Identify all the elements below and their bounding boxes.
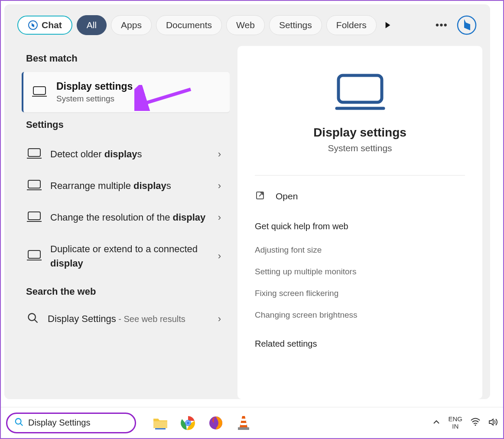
results-left-column: Best match Display settings System setti… <box>22 46 230 399</box>
bing-chat-icon <box>28 20 38 30</box>
taskbar: ENG IN <box>1 407 503 438</box>
wifi-icon[interactable] <box>470 418 481 428</box>
system-tray: ENG IN <box>432 416 498 430</box>
best-match-subtitle: System settings <box>56 94 133 104</box>
settings-item-rearrange-displays[interactable]: Rearrange multiple displays › <box>22 170 230 202</box>
display-icon <box>32 85 47 99</box>
display-icon <box>27 147 42 161</box>
search-icon <box>14 417 24 429</box>
best-match-result[interactable]: Display settings System settings <box>22 72 230 112</box>
help-link-screen-brightness[interactable]: Changing screen brightness <box>255 304 465 326</box>
chevron-right-icon: › <box>218 250 221 262</box>
tab-all[interactable]: All <box>77 15 107 35</box>
help-link-font-size[interactable]: Adjusting font size <box>255 239 465 261</box>
taskbar-search-input[interactable] <box>28 418 128 428</box>
detail-hero: Display settings System settings <box>255 59 465 162</box>
svg-rect-8 <box>28 212 40 220</box>
svg-rect-14 <box>338 75 382 102</box>
settings-item-change-resolution[interactable]: Change the resolution of the display › <box>22 202 230 233</box>
svg-rect-4 <box>28 149 40 156</box>
firefox-icon[interactable] <box>207 414 224 432</box>
tray-chevron-up-icon[interactable] <box>432 418 440 428</box>
tab-web[interactable]: Web <box>226 15 265 35</box>
vlc-icon[interactable] <box>235 414 252 432</box>
svg-rect-2 <box>33 87 46 94</box>
settings-item-label: Detect older displays <box>50 147 209 161</box>
settings-heading: Settings <box>22 112 230 138</box>
results-container: Best match Display settings System setti… <box>4 46 490 399</box>
chevron-right-icon: › <box>218 212 221 223</box>
settings-item-label: Change the resolution of the display <box>50 210 209 224</box>
open-action[interactable]: Open <box>255 184 465 208</box>
tabs-row: Chat All Apps Documents Web Settings Fol… <box>4 4 490 46</box>
taskbar-pinned-apps <box>152 414 252 432</box>
display-icon <box>27 211 42 224</box>
svg-rect-21 <box>155 428 166 429</box>
settings-item-detect-older-displays[interactable]: Detect older displays › <box>22 138 230 170</box>
open-label: Open <box>276 191 298 202</box>
language-indicator[interactable]: ENG IN <box>448 416 462 430</box>
tabs-more-arrow-icon[interactable] <box>381 21 395 29</box>
chevron-right-icon: › <box>218 313 221 325</box>
svg-rect-10 <box>28 250 40 258</box>
settings-item-duplicate-extend[interactable]: Duplicate or extend to a connected displ… <box>22 233 230 279</box>
taskbar-search-box[interactable] <box>6 413 136 433</box>
settings-item-label: Rearrange multiple displays <box>50 179 209 193</box>
related-settings-heading: Related settings <box>255 339 465 349</box>
search-icon <box>27 312 39 326</box>
svg-point-18 <box>16 418 21 424</box>
tab-apps[interactable]: Apps <box>111 15 152 35</box>
bing-logo-icon[interactable] <box>456 15 477 36</box>
display-icon <box>27 249 42 263</box>
svg-rect-28 <box>241 423 247 425</box>
web-result-label: Display Settings - See web results <box>48 313 209 325</box>
display-icon <box>27 179 42 193</box>
svg-point-25 <box>186 421 190 425</box>
display-large-icon <box>334 118 386 125</box>
svg-rect-6 <box>28 180 40 188</box>
volume-icon[interactable] <box>488 418 498 428</box>
svg-rect-29 <box>238 427 249 430</box>
chevron-right-icon: › <box>218 180 221 192</box>
svg-line-13 <box>35 320 38 323</box>
settings-item-label: Duplicate or extend to a connected displ… <box>50 242 209 270</box>
svg-point-30 <box>475 424 476 426</box>
search-web-heading: Search the web <box>22 279 230 305</box>
detail-title: Display settings <box>255 126 465 140</box>
svg-line-19 <box>20 423 23 426</box>
help-link-screen-flickering[interactable]: Fixing screen flickering <box>255 283 465 304</box>
quick-help-heading: Get quick help from web <box>255 221 465 231</box>
svg-rect-27 <box>241 419 246 421</box>
detail-pane: Display settings System settings Open Ge… <box>237 46 482 399</box>
tab-settings[interactable]: Settings <box>269 15 322 35</box>
tab-documents[interactable]: Documents <box>156 15 222 35</box>
chrome-icon[interactable] <box>179 414 197 432</box>
windows-search-panel: Chat All Apps Documents Web Settings Fol… <box>4 4 490 399</box>
help-link-multiple-monitors[interactable]: Setting up multiple monitors <box>255 261 465 283</box>
best-match-title: Display settings <box>56 81 133 92</box>
file-explorer-icon[interactable] <box>152 414 169 432</box>
chat-tab[interactable]: Chat <box>17 16 72 35</box>
open-external-icon <box>255 190 265 202</box>
chat-tab-label: Chat <box>42 20 62 30</box>
chevron-right-icon: › <box>218 149 221 160</box>
best-match-heading: Best match <box>22 46 230 72</box>
svg-point-12 <box>29 314 36 321</box>
svg-rect-20 <box>153 421 167 428</box>
detail-subtitle: System settings <box>255 143 465 153</box>
web-result-item[interactable]: Display Settings - See web results › <box>22 305 230 333</box>
divider <box>255 175 465 176</box>
tab-folders[interactable]: Folders <box>326 15 377 35</box>
overflow-menu-icon[interactable]: ••• <box>431 19 452 31</box>
